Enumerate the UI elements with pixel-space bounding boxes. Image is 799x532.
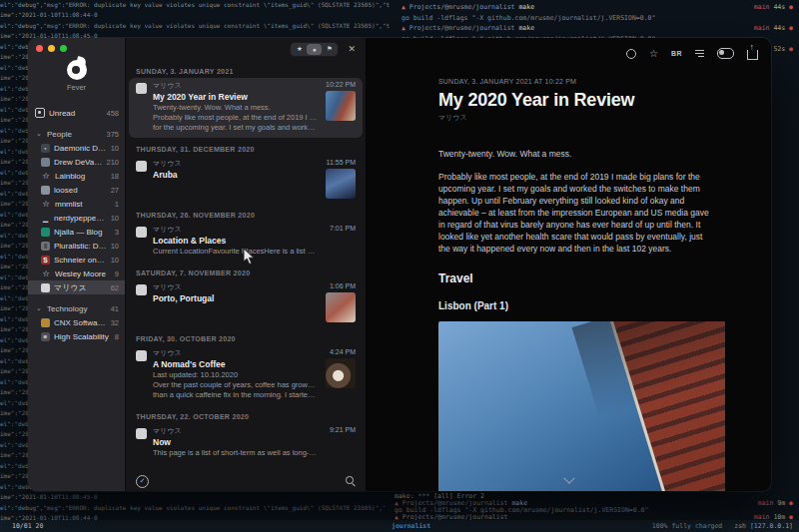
open-in-browser-icon[interactable]: BR [671, 50, 682, 57]
share-icon[interactable] [747, 50, 758, 60]
prompt-command: make [518, 23, 534, 34]
article-preview-line: This page is a list of short-term as wel… [153, 448, 318, 458]
unread-count: 375 [106, 130, 119, 139]
sidebar-item-nerdypepper-s-blog[interactable]: ▁nerdypepper's μblog10 [28, 211, 125, 225]
article-list: SUNDAY, 3. JANUARY 2021マリウスMy 2020 Year … [126, 60, 366, 471]
sidebar-item-label: Technology [47, 304, 107, 313]
feed-favicon[interactable] [136, 227, 147, 238]
sidebar-item-schneier-on-security[interactable]: SSchneier on Security10 [28, 253, 125, 266]
feed-favicon[interactable] [136, 83, 147, 94]
zoom-window-button[interactable] [60, 45, 67, 52]
feed-favicon[interactable] [136, 428, 147, 439]
article-list-item[interactable]: マリウスPorto, Portugal1:06 PM [129, 279, 363, 327]
filter-unread-button[interactable]: ● [307, 44, 322, 55]
sidebar: Fever Unread458⌄People375▪Daemonic Dispa… [28, 38, 125, 491]
sidebar-item-njalla-blog[interactable]: Njalla — Blog3 [28, 225, 125, 239]
article-time: 9:21 PM [330, 426, 356, 433]
mark-all-read-button[interactable]: ✓ [136, 475, 149, 488]
dot-icon: ● [313, 46, 317, 53]
status-right: 100% fully charged zsh [127.0.0.1] [652, 520, 793, 532]
mark-unread-icon[interactable] [626, 49, 636, 59]
close-window-button[interactable] [36, 45, 43, 52]
feed-favicon: ≡ [41, 332, 50, 341]
sidebar-item-drew-devault-s-blog[interactable]: Drew DeVault's blog210 [28, 155, 125, 169]
sidebar-item-pluralistic-daily-links[interactable]: ‖Pluralistic: Daily links…10 [28, 239, 125, 253]
unread-count: 10 [111, 256, 119, 265]
close-icon[interactable]: ✕ [348, 44, 356, 54]
sidebar-item-high-scalability[interactable]: ≡High Scalability8 [28, 329, 125, 343]
feed-favicon: ‖ [41, 242, 50, 251]
article-list-item[interactable]: マリウスMy 2020 Year in ReviewTwenty-twenty.… [129, 78, 363, 138]
article-title: My 2020 Year in Review [438, 90, 712, 111]
filter-flagged-button[interactable]: ⚑ [322, 44, 337, 55]
article-list-item[interactable]: マリウスAruba11:55 PM [129, 156, 363, 204]
battery-status: 100% fully charged [652, 520, 722, 532]
feed-favicon: ▁ [41, 214, 50, 223]
unread-count: 62 [111, 283, 119, 292]
duration-label: 52s [770, 44, 786, 55]
sidebar-item-cnx-software-emb[interactable]: CNX Software – Emb…32 [28, 315, 125, 329]
star-article-icon[interactable]: ☆ [649, 49, 658, 59]
sidebar-item-label: nerdypepper's μblog [54, 214, 107, 223]
window-controls [36, 45, 67, 52]
sidebar-item-label: Lainblog [55, 172, 107, 181]
article-summary: マリウスA Nomad's CoffeeLast updated: 10.10.… [153, 348, 318, 400]
app-logo: Fever [67, 60, 87, 92]
feed-favicon: S [41, 256, 50, 265]
article-list-item[interactable]: マリウスA Nomad's CoffeeLast updated: 10.10.… [129, 345, 363, 405]
reader-mode-toggle-icon[interactable] [717, 48, 734, 59]
spacer [534, 23, 754, 34]
article-time: 7:01 PM [330, 225, 356, 232]
text-settings-icon[interactable] [695, 50, 704, 57]
scroll-down-button[interactable] [560, 475, 578, 487]
feed-favicon[interactable] [136, 350, 147, 361]
flag-icon: ⚑ [327, 45, 333, 53]
article-thumbnail [326, 292, 356, 322]
minimize-window-button[interactable] [48, 45, 55, 52]
unread-count: 3 [115, 228, 119, 237]
status-left: 10/01 20 [12, 520, 43, 532]
article-summary: マリウスNowThis page is a list of short-term… [153, 426, 318, 458]
sidebar-item-label: Daemonic Dispatches [54, 144, 107, 153]
article-meta: 9:21 PM [324, 426, 356, 458]
spacer [534, 2, 754, 13]
sidebar-item-mnmlist[interactable]: ☆mnmlist1 [28, 197, 125, 211]
sidebar-item-label: High Scalability [54, 332, 111, 341]
sidebar-item-wesley-moore[interactable]: ☆Wesley Moore9 [28, 266, 125, 280]
article-meta: 1:06 PM [324, 282, 356, 322]
sidebar-item-loosed[interactable]: loosed27 [28, 183, 125, 197]
feed-favicon[interactable] [136, 161, 147, 172]
unread-icon [35, 108, 45, 118]
sidebar-item-daemonic-dispatches[interactable]: ▪Daemonic Dispatches10 [28, 141, 125, 155]
sidebar-item-technology[interactable]: ⌄Technology41 [28, 301, 125, 315]
feed-favicon [41, 158, 50, 167]
article-time: 4:24 PM [330, 348, 356, 355]
article-title: Location & Places [153, 236, 318, 246]
sidebar-item-lainblog[interactable]: ☆Lainblog18 [28, 169, 125, 183]
unread-count: 8 [115, 332, 119, 341]
filter-starred-button[interactable]: ★ [292, 44, 307, 55]
article-summary: マリウスMy 2020 Year in ReviewTwenty-twenty.… [153, 81, 318, 133]
sidebar-item-label: People [47, 130, 102, 139]
status-dot-icon: ● [785, 500, 793, 507]
feed-favicon[interactable] [136, 284, 147, 295]
duration-label: 44s [770, 2, 786, 13]
section-heading-travel: Travel [438, 271, 712, 285]
sidebar-item-unread[interactable]: Unread458 [28, 106, 125, 120]
prompt-command: make [518, 2, 534, 13]
star-icon: ★ [297, 45, 303, 53]
search-icon[interactable] [346, 476, 356, 486]
unread-count: 10 [111, 144, 119, 153]
unread-count: 210 [106, 158, 119, 167]
article-paragraph: Probably like most people, at the end of… [438, 171, 712, 255]
sidebar-item-label: mnmlist [55, 200, 111, 209]
sidebar-item-label: Njalla — Blog [54, 228, 111, 237]
article-summary: マリウスPorto, Portugal [153, 282, 318, 322]
date-header: SATURDAY, 17. OCTOBER 2020 [126, 463, 366, 471]
article-list-item[interactable]: マリウスNowThis page is a list of short-term… [129, 423, 363, 463]
article-title: Aruba [153, 170, 318, 180]
star-favicon-icon: ☆ [41, 268, 51, 278]
article-content: SUNDAY, 3. JANUARY 2021 AT 10:22 PM My 2… [438, 78, 712, 491]
sidebar-item-people[interactable]: ⌄People375 [28, 127, 125, 141]
sidebar-item-item[interactable]: マリウス62 [28, 280, 125, 294]
